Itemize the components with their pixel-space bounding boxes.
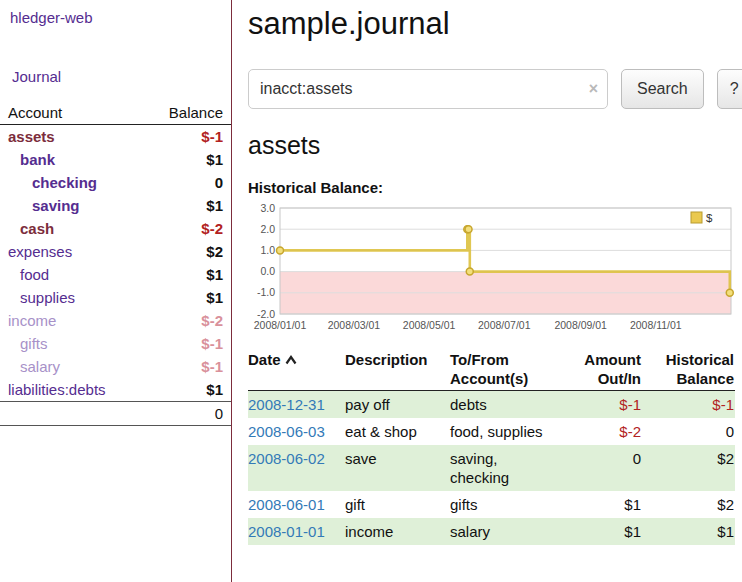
x-tick-label: 2008/07/01: [478, 319, 531, 331]
page-title: sample.journal: [248, 6, 735, 42]
y-tick-label: -2.0: [257, 308, 275, 320]
accounts-total-balance: 0: [139, 402, 231, 426]
register-balance-cell: 0: [642, 418, 735, 445]
register-body: 2008-12-31pay offdebts$-1$-12008-06-03ea…: [248, 391, 735, 546]
account-row: supplies$1: [0, 286, 231, 309]
account-name-cell: cash: [0, 217, 139, 240]
account-row: food$1: [0, 263, 231, 286]
legend-swatch: [691, 212, 702, 223]
account-balance: $2: [139, 240, 231, 263]
register-date-cell: 2008-12-31: [248, 391, 345, 419]
register-header-date[interactable]: Date: [248, 348, 345, 391]
register-balance-cell: $2: [642, 491, 735, 518]
register-description-cell: save: [345, 445, 450, 491]
search-button[interactable]: Search: [621, 69, 704, 109]
sidebar-account-saving[interactable]: saving: [32, 197, 80, 214]
accounts-table: Account Balance assets$-1bank$1checking0…: [0, 101, 231, 426]
sidebar-account-cash[interactable]: cash: [20, 220, 54, 237]
sidebar-account-food[interactable]: food: [20, 266, 49, 283]
register-accounts-cell: food, supplies: [450, 418, 580, 445]
register-date-cell: 2008-06-03: [248, 418, 345, 445]
account-name-cell: bank: [0, 148, 139, 171]
register-balance-cell: $1: [642, 518, 735, 545]
register-amount-cell: $-1: [580, 391, 642, 419]
account-row: liabilities:debts$1: [0, 378, 231, 402]
account-balance: $-1: [139, 125, 231, 149]
register-header-accounts-line1: To/From: [450, 351, 509, 368]
legend-label: $: [706, 212, 713, 224]
register-header-description: Description: [345, 348, 450, 391]
sidebar-account-expenses[interactable]: expenses: [8, 243, 72, 260]
account-name-cell: liabilities:debts: [0, 378, 139, 402]
register-table: Date Description To/From Account(s) Amou…: [248, 348, 735, 545]
account-balance: $1: [139, 378, 231, 402]
sidebar-account-salary[interactable]: salary: [20, 358, 60, 375]
account-name-cell: checking: [0, 171, 139, 194]
main-content: sample.journal × Search ? assets Histori…: [248, 0, 735, 545]
register-date-cell: 2008-06-01: [248, 491, 345, 518]
help-button[interactable]: ?: [717, 69, 742, 109]
register-amount-cell: 0: [580, 445, 642, 491]
register-row: 2008-06-03eat & shopfood, supplies$-20: [248, 418, 735, 445]
register-description-cell: eat & shop: [345, 418, 450, 445]
account-row: bank$1: [0, 148, 231, 171]
account-balance: $-1: [139, 332, 231, 355]
account-balance: $1: [139, 194, 231, 217]
account-name-cell: saving: [0, 194, 139, 217]
register-accounts-cell: salary: [450, 518, 580, 545]
sidebar-account-gifts[interactable]: gifts: [20, 335, 48, 352]
register-row: 2008-06-01giftgifts$1$2: [248, 491, 735, 518]
sidebar-account-supplies[interactable]: supplies: [20, 289, 75, 306]
sidebar-account-bank[interactable]: bank: [20, 151, 55, 168]
transaction-date-link[interactable]: 2008-06-03: [248, 423, 325, 440]
data-point-marker: [466, 268, 473, 275]
account-name-cell: income: [0, 309, 139, 332]
register-header-balance-line2: Balance: [676, 370, 734, 387]
clear-search-icon[interactable]: ×: [589, 81, 598, 97]
register-header-amount-line2: Out/In: [598, 370, 641, 387]
account-name-cell: supplies: [0, 286, 139, 309]
chart-title: Historical Balance:: [248, 179, 735, 196]
register-header-amount-line1: Amount: [584, 351, 641, 368]
register-header-balance-line1: Historical: [666, 351, 734, 368]
register-header-accounts-line2: Account(s): [450, 370, 528, 387]
accounts-total-row: 0: [0, 402, 231, 426]
transaction-date-link[interactable]: 2008-01-01: [248, 523, 325, 540]
x-tick-label: 2008/05/01: [403, 319, 456, 331]
register-header-accounts: To/From Account(s): [450, 348, 580, 391]
register-row: 2008-12-31pay offdebts$-1$-1: [248, 391, 735, 419]
account-name-cell: gifts: [0, 332, 139, 355]
sort-ascending-icon: [284, 355, 298, 365]
register-header-amount: Amount Out/In: [580, 348, 642, 391]
x-tick-label: 2008/01/01: [254, 319, 307, 331]
accounts-header-account: Account: [0, 101, 139, 125]
search-input[interactable]: [248, 69, 608, 109]
accounts-body: assets$-1bank$1checking0saving$1cash$-2e…: [0, 125, 231, 402]
transaction-date-link[interactable]: 2008-06-02: [248, 450, 325, 467]
register-date-cell: 2008-06-02: [248, 445, 345, 491]
y-tick-label: 3.0: [260, 202, 275, 214]
register-header-row: Date Description To/From Account(s) Amou…: [248, 348, 735, 391]
app-title-link[interactable]: hledger-web: [0, 0, 231, 26]
account-balance: $1: [139, 148, 231, 171]
data-point-marker: [726, 289, 733, 296]
account-balance: $1: [139, 263, 231, 286]
x-tick-label: 2008/03/01: [328, 319, 381, 331]
account-row: cash$-2: [0, 217, 231, 240]
accounts-header-balance: Balance: [139, 101, 231, 125]
sidebar-account-assets[interactable]: assets: [8, 128, 55, 145]
account-row: income$-2: [0, 309, 231, 332]
register-accounts-cell: gifts: [450, 491, 580, 518]
register-balance-cell: $2: [642, 445, 735, 491]
sidebar-account-liabilities-debts[interactable]: liabilities:debts: [8, 381, 106, 398]
account-row: assets$-1: [0, 125, 231, 149]
sidebar-account-checking[interactable]: checking: [32, 174, 97, 191]
account-name-cell: salary: [0, 355, 139, 378]
transaction-date-link[interactable]: 2008-12-31: [248, 396, 325, 413]
y-tick-label: 1.0: [260, 244, 275, 256]
transaction-date-link[interactable]: 2008-06-01: [248, 496, 325, 513]
balance-chart: 3.02.01.00.0-1.0-2.02008/01/012008/03/01…: [248, 200, 735, 340]
sidebar-item-journal[interactable]: Journal: [0, 26, 231, 85]
sidebar-account-income[interactable]: income: [8, 312, 56, 329]
register-description-cell: gift: [345, 491, 450, 518]
